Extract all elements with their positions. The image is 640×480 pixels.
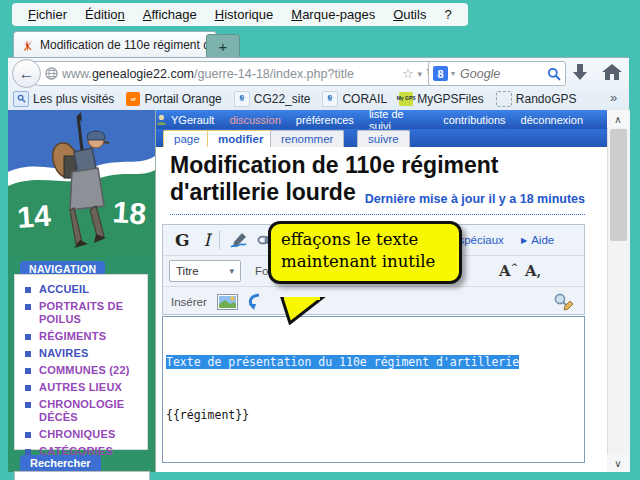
callout-text-line: effaçons le texte <box>281 229 449 251</box>
menu-fichier[interactable]: Fichier <box>20 5 75 24</box>
bookmark-portail-orange[interactable]: or Portail Orange <box>123 92 224 106</box>
tab-page[interactable]: page <box>163 130 211 147</box>
scroll-up-icon: ∧ <box>614 114 621 125</box>
default-favicon-icon <box>496 91 512 107</box>
tab-title: Modification de 110e régiment d'artiller… <box>40 38 210 52</box>
search-go-icon[interactable] <box>547 67 561 81</box>
bookmark-most-visited[interactable]: Les plus visités <box>10 91 117 107</box>
wikitext-editor[interactable]: Texte de présentation du 110e régiment d… <box>162 316 585 463</box>
watchlist-link[interactable]: liste de suivi <box>369 108 428 132</box>
sidebar-item-portraits[interactable]: PORTRAITS DE POILUS <box>15 298 147 328</box>
wiki-user-bar: YGerault discussion préférences liste de… <box>156 110 607 129</box>
plus-icon: + <box>219 38 228 55</box>
toolbar-row-insert: Insérer <box>163 287 584 317</box>
bold-button[interactable]: G <box>175 230 190 250</box>
bookmark-star-icon[interactable]: ☆ <box>402 66 414 81</box>
heading-dropdown[interactable]: Titre▾ <box>169 260 241 282</box>
bullet-icon <box>25 304 31 310</box>
contributions-link[interactable]: contributions <box>443 114 505 126</box>
browser-tab[interactable]: Modification de 110e régiment d'artiller… <box>13 31 217 58</box>
url-dropdown-icon[interactable]: ▾ <box>418 69 423 79</box>
callout-text-line: maintenant inutile <box>281 251 449 273</box>
scrollbar-down-button[interactable]: ∨ <box>607 454 629 472</box>
italic-button[interactable]: I <box>204 230 211 250</box>
bullet-icon <box>25 287 31 293</box>
menu-bar: Fichier Édition Affichage Historique Mar… <box>12 3 468 26</box>
sidebar-item-accueil[interactable]: ACCUEIL <box>15 281 147 298</box>
tab-suivre[interactable]: suivre <box>357 130 410 147</box>
callout-tail <box>276 297 328 325</box>
editor-line: {{régiment}} <box>166 407 581 425</box>
logo-14-text: 14 <box>16 199 52 234</box>
editor-line <box>166 459 581 463</box>
menu-historique[interactable]: Historique <box>207 5 282 24</box>
help-toggle[interactable]: ▶Aide <box>521 234 554 246</box>
dropdown-arrow-icon: ▾ <box>229 266 234 276</box>
sidebar-item-regiments[interactable]: RÉGIMENTS <box>15 328 147 345</box>
mygps-icon: My GPS <box>399 92 413 106</box>
logout-link[interactable]: déconnexion <box>521 114 583 126</box>
site-logo-14-18[interactable]: 14 18 <box>8 110 155 257</box>
most-visited-icon <box>13 91 29 107</box>
tab-renommer[interactable]: renommer <box>270 130 344 147</box>
sidebar-item-autres-lieux[interactable]: AUTRES LIEUX <box>15 379 147 396</box>
user-talk-link[interactable]: discussion <box>229 114 280 126</box>
bullet-icon <box>25 351 31 357</box>
sidebar-item-communes[interactable]: COMMUNES (22) <box>15 362 147 379</box>
scrollbar-thumb[interactable] <box>610 129 627 241</box>
font-bigger-button[interactable]: A^ <box>499 262 518 280</box>
insert-signature-arrow-button[interactable] <box>246 293 262 311</box>
sidebar-item-chronologie[interactable]: CHRONOLOGIE DÉCÈS <box>15 396 147 426</box>
bookmark-corail[interactable]: CORAIL <box>319 91 390 107</box>
sidebar-search-input[interactable] <box>14 471 150 480</box>
bookmarks-overflow-chevron[interactable]: » <box>610 90 617 105</box>
corail-icon <box>322 91 338 107</box>
insert-image-button[interactable] <box>217 294 238 310</box>
search-engine-dropdown-icon[interactable]: ▾ <box>451 69 455 78</box>
bookmark-mygpsfiles[interactable]: My GPS MyGPSFiles <box>396 92 487 106</box>
menu-outils[interactable]: Outils <box>385 5 434 24</box>
bookmark-randogps[interactable]: RandoGPS <box>493 91 580 107</box>
bookmarks-bar: Les plus visités or Portail Orange CG22_… <box>10 88 610 109</box>
downloads-button[interactable] <box>570 62 590 82</box>
cg22-icon <box>234 91 250 107</box>
font-smaller-button[interactable]: A, <box>525 262 541 280</box>
new-tab-button[interactable]: + <box>206 34 240 58</box>
toolbar-separator <box>219 230 220 250</box>
site-favicon <box>20 38 35 53</box>
bookmark-cg22-site[interactable]: CG22_site <box>231 91 314 107</box>
search-engine-icon[interactable]: 8 <box>433 66 448 81</box>
preferences-link[interactable]: préférences <box>296 114 354 126</box>
signature-button[interactable] <box>229 231 249 249</box>
sidebar-search-header: Rechercher <box>20 455 101 471</box>
menu-edition[interactable]: Édition <box>77 5 133 24</box>
bullet-icon <box>25 385 31 391</box>
menu-help[interactable]: ? <box>436 5 459 24</box>
globe-icon <box>45 67 58 80</box>
bullet-icon <box>25 432 31 438</box>
sidebar-item-chroniques[interactable]: CHRONIQUES <box>15 426 147 443</box>
bullet-icon <box>25 402 31 408</box>
search-input[interactable] <box>458 66 544 82</box>
back-button[interactable]: ← <box>12 59 41 88</box>
address-bar[interactable]: www.genealogie22.com/guerre-14-18/index.… <box>28 61 442 86</box>
browser-window: Fichier Édition Affichage Historique Mar… <box>0 0 640 480</box>
menu-affichage[interactable]: Affichage <box>135 5 205 24</box>
wiki-tab-strip: page modifier renommer suivre <box>156 129 607 147</box>
sidebar-item-navires[interactable]: NAVIRES <box>15 345 147 362</box>
tab-modifier[interactable]: modifier <box>207 130 274 147</box>
scrollbar-up-button[interactable]: ∧ <box>607 110 629 128</box>
last-update-note[interactable]: Dernière mise à jour il y a 18 minutes <box>365 192 585 206</box>
search-replace-button[interactable] <box>553 292 574 311</box>
menu-marque-pages[interactable]: Marque-pages <box>283 5 383 24</box>
search-bar[interactable]: 8 ▾ <box>428 61 566 86</box>
user-menu[interactable]: YGerault <box>156 114 214 126</box>
insert-label: Insérer <box>171 296 207 308</box>
annotation-callout: effaçons le texte maintenant inutile <box>268 221 462 284</box>
back-arrow-icon: ← <box>19 65 35 83</box>
bullet-icon <box>25 334 31 340</box>
help-arrow-icon: ▶ <box>521 236 527 245</box>
home-button[interactable] <box>601 62 623 82</box>
avatar-icon <box>156 114 167 125</box>
orange-icon: or <box>126 92 140 106</box>
